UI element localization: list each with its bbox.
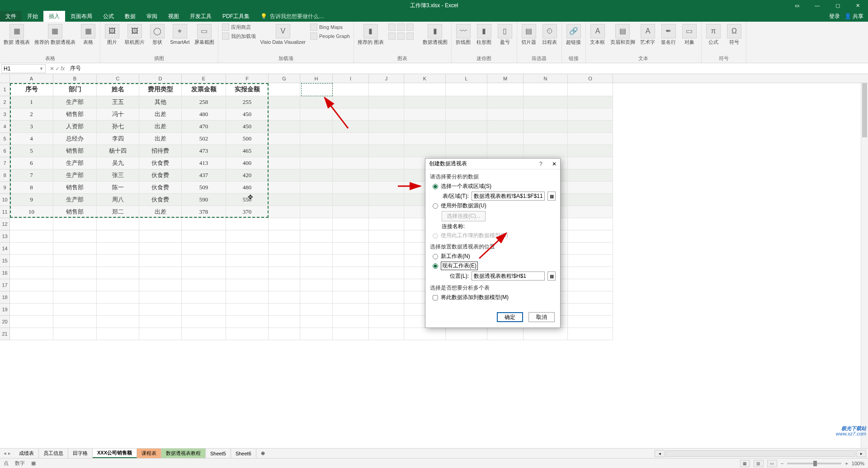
- cell[interactable]: [568, 304, 613, 316]
- cell[interactable]: [226, 243, 269, 255]
- cell[interactable]: [333, 108, 369, 121]
- zoom-in-button[interactable]: +: [845, 461, 848, 466]
- row-header[interactable]: 2: [0, 96, 10, 108]
- cell[interactable]: [269, 230, 300, 243]
- row-header[interactable]: 17: [0, 279, 10, 291]
- people-button[interactable]: People Graph: [309, 32, 351, 40]
- cell[interactable]: 480: [226, 182, 269, 194]
- cell[interactable]: [97, 304, 139, 316]
- cell[interactable]: 销售部: [53, 182, 97, 194]
- object-button[interactable]: ▭对象: [680, 23, 698, 46]
- cell[interactable]: [333, 121, 369, 133]
- slicer-button[interactable]: ▤切片器: [520, 23, 538, 46]
- cell[interactable]: [300, 194, 333, 206]
- login-link[interactable]: 登录: [829, 13, 840, 20]
- col-header[interactable]: F: [226, 74, 269, 83]
- minimize-icon[interactable]: —: [807, 0, 827, 11]
- cell[interactable]: [369, 304, 404, 316]
- row-header[interactable]: 3: [0, 108, 10, 121]
- cell[interactable]: 李四: [97, 133, 139, 145]
- checkbox-add-to-model[interactable]: [433, 295, 438, 300]
- cell[interactable]: [10, 230, 53, 243]
- cell[interactable]: 400: [226, 157, 269, 169]
- cell[interactable]: [53, 267, 97, 279]
- cell[interactable]: [333, 218, 369, 230]
- tab-开发工具[interactable]: 开发工具: [184, 11, 217, 22]
- cell[interactable]: [333, 96, 369, 108]
- hscroll-right-icon[interactable]: ▸: [856, 450, 866, 457]
- cell[interactable]: [524, 96, 568, 108]
- cell[interactable]: [487, 108, 524, 121]
- cell[interactable]: [333, 157, 369, 169]
- radio-new-sheet[interactable]: [433, 254, 438, 259]
- cell[interactable]: [300, 169, 333, 182]
- cell[interactable]: [226, 291, 269, 304]
- cell[interactable]: [487, 121, 524, 133]
- cell[interactable]: [369, 206, 404, 218]
- cell[interactable]: 伙食费: [139, 169, 182, 182]
- cell[interactable]: [568, 145, 613, 157]
- sparkline-line-button[interactable]: 〰折线图: [454, 23, 472, 46]
- cell[interactable]: [226, 230, 269, 243]
- cell[interactable]: [269, 279, 300, 291]
- cell[interactable]: [333, 194, 369, 206]
- cell[interactable]: 姓名: [97, 83, 139, 96]
- wordart-button[interactable]: A艺术字: [639, 23, 657, 46]
- col-header[interactable]: B: [53, 74, 97, 83]
- cell[interactable]: [333, 316, 369, 328]
- vertical-scrollbar[interactable]: [861, 83, 868, 448]
- sheet-tab[interactable]: 员工信息: [39, 449, 68, 458]
- cell[interactable]: [300, 230, 333, 243]
- row-header[interactable]: 6: [0, 145, 10, 157]
- chart-type-button[interactable]: [387, 32, 419, 40]
- cell[interactable]: [333, 133, 369, 145]
- cell[interactable]: [226, 328, 269, 340]
- cell[interactable]: [404, 328, 446, 340]
- cell[interactable]: [300, 316, 333, 328]
- cell[interactable]: [226, 279, 269, 291]
- col-header[interactable]: K: [404, 74, 446, 83]
- cell[interactable]: [269, 206, 300, 218]
- cell[interactable]: [568, 194, 613, 206]
- cell[interactable]: 生产部: [53, 194, 97, 206]
- cell[interactable]: 伙食费: [139, 194, 182, 206]
- cell[interactable]: [10, 328, 53, 340]
- cell[interactable]: [568, 291, 613, 304]
- store-button[interactable]: 应用商店: [221, 23, 257, 31]
- cell[interactable]: 437: [182, 169, 226, 182]
- row-header[interactable]: 14: [0, 243, 10, 255]
- cell[interactable]: [404, 133, 446, 145]
- tab-审阅[interactable]: 审阅: [141, 11, 163, 22]
- cell[interactable]: [269, 255, 300, 267]
- cell[interactable]: [568, 230, 613, 243]
- cell[interactable]: [226, 255, 269, 267]
- cell[interactable]: [524, 328, 568, 340]
- add-sheet-button[interactable]: ⊕: [256, 449, 269, 458]
- close-icon[interactable]: ✕: [848, 0, 868, 11]
- enter-formula-icon[interactable]: ✓: [55, 66, 60, 72]
- cell[interactable]: [333, 328, 369, 340]
- cell[interactable]: [97, 230, 139, 243]
- cell[interactable]: [226, 218, 269, 230]
- cell[interactable]: [369, 133, 404, 145]
- share-button[interactable]: 👤 共享: [844, 13, 863, 20]
- range-picker-icon[interactable]: ▦: [547, 192, 556, 201]
- bing-button[interactable]: Bing Maps: [309, 23, 351, 31]
- cell[interactable]: [269, 328, 300, 340]
- sheet-nav-first-icon[interactable]: ◂: [4, 450, 6, 456]
- row-header[interactable]: 18: [0, 291, 10, 304]
- cell[interactable]: [269, 169, 300, 182]
- cell[interactable]: [139, 328, 182, 340]
- cell[interactable]: [300, 328, 333, 340]
- cell[interactable]: [446, 145, 487, 157]
- cell[interactable]: 人资部: [53, 121, 97, 133]
- cell[interactable]: [269, 194, 300, 206]
- cell[interactable]: [369, 169, 404, 182]
- select-all-corner[interactable]: [0, 74, 10, 83]
- row-header[interactable]: 7: [0, 157, 10, 169]
- horizontal-scrollbar[interactable]: [665, 450, 855, 457]
- cell[interactable]: [269, 291, 300, 304]
- ok-button[interactable]: 确定: [497, 312, 523, 322]
- cell[interactable]: [139, 230, 182, 243]
- cell[interactable]: 5: [10, 145, 53, 157]
